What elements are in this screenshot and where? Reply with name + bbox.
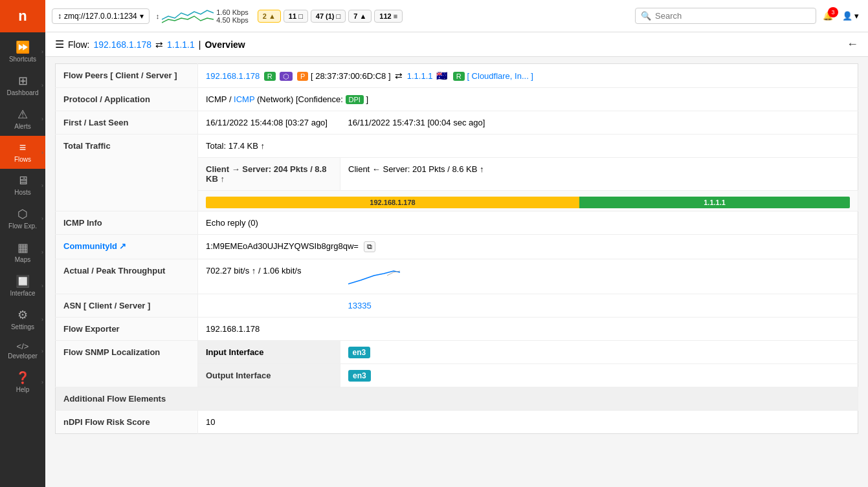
flow-info-table: Flow Peers [ Client / Server ] 192.168.1… [55,63,858,434]
sidebar: n ⏩ Shortcuts › ⊞ Dashboard › ⚠ Alerts ›… [0,0,45,487]
shortcuts-icon: ⏩ [16,40,30,54]
p-badge: P [297,72,308,81]
bell-badge: 3 [828,7,838,17]
bell-button[interactable]: 🔔 3 [820,8,836,23]
badge-warn[interactable]: 7 ▲ [348,10,372,23]
peers-value: 192.168.1.178 R ⬡ P [ 28:37:37:00:6D:C8 … [198,64,858,88]
sidebar-item-alerts[interactable]: ⚠ Alerts › [0,102,45,136]
breadcrumb-server-ip[interactable]: 1.1.1.1 [167,39,195,50]
search-input[interactable] [655,11,810,21]
table-row: ICMP Info Echo reply (0) [56,211,858,235]
sidebar-item-shortcuts[interactable]: ⏩ Shortcuts › [0,35,45,69]
table-row: Flow Peers [ Client / Server ] 192.168.1… [56,64,858,88]
dropdown-icon: ▾ [140,12,144,21]
external-link-icon: ↗ [119,241,126,251]
hosts-icon: 🖥 [17,174,28,188]
sidebar-item-developer[interactable]: </> Developer › [0,336,45,365]
output-interface-badge: en3 [348,370,371,382]
flow-detail-content: Flow Peers [ Client / Server ] 192.168.1… [45,57,868,487]
sidebar-item-dashboard[interactable]: ⊞ Dashboard › [0,69,45,102]
maps-icon: ▦ [17,241,28,255]
badge-alerts[interactable]: 2 ▲ [258,10,281,23]
sidebar-item-maps[interactable]: ▦ Maps › [0,235,45,269]
client-traffic-bar: 192.168.1.178 [206,197,579,208]
table-row: nDPI Flow Risk Score 10 [56,411,858,434]
breadcrumb: ☰ Flow: 192.168.1.178 ⇄ 1.1.1.1 | Overvi… [45,32,868,57]
topbar: ↕ zmq://127.0.0.1:1234 ▾ ↕ 1.60 Kbps 4.5… [45,0,868,32]
subnet-badge: ⬡ [280,72,293,81]
table-row: Flow SNMP Localization Input Interface e… [56,341,858,364]
user-dropdown-icon: ▾ [854,11,859,21]
throughput-graph [162,6,214,26]
table-row: CommunityId ↗ 1:M9EMEoAd30UJHZYQWSIb8grg… [56,235,858,259]
flow-arrows-icon: ⇄ [395,70,403,81]
community-id-value: 1:M9EMEoAd30UJHZYQWSIb8grg8qw= ⧉ [198,235,858,259]
user-icon: 👤 [842,11,852,21]
developer-icon: </> [17,341,29,351]
peers-label: Flow Peers [ Client / Server ] [56,64,198,88]
throughput-mini-graph [348,266,400,285]
search-icon: 🔍 [641,11,651,21]
table-row: Total Traffic Total: 17.4 KB ↑ [56,135,858,158]
main-content: ↕ zmq://127.0.0.1:1234 ▾ ↕ 1.60 Kbps 4.5… [45,0,868,487]
help-icon: ❓ [16,371,30,385]
client-ip-link[interactable]: 192.168.1.178 [206,71,260,81]
table-row: ASN [ Client / Server ] 13335 [56,294,858,318]
source-selector[interactable]: ↕ zmq://127.0.0.1:1234 ▾ [52,8,150,24]
input-interface-badge: en3 [348,347,371,358]
sidebar-item-flowexp[interactable]: ⬡ Flow Exp. › [0,202,45,235]
logo: n [0,0,45,32]
community-id-link[interactable]: CommunityId ↗ [63,241,126,251]
interface-icon: 🔲 [16,274,30,288]
sidebar-item-hosts[interactable]: 🖥 Hosts › [0,169,45,202]
flowexp-icon: ⬡ [17,207,28,221]
throughput-display: ↕ 1.60 Kbps 4.50 Kbps [156,6,249,26]
dashboard-icon: ⊞ [18,74,28,88]
alerts-icon: ⚠ [17,107,28,122]
search-box[interactable]: 🔍 [635,8,816,24]
cloudflare-link[interactable]: [ Cloudflare, In... ] [467,71,533,81]
transfer-icon: ↕ [156,12,160,20]
sidebar-item-settings[interactable]: ⚙ Settings › [0,303,45,336]
copy-button[interactable]: ⧉ [364,241,375,252]
source-icon: ↕ [58,12,61,21]
table-row: Flow Exporter 192.168.1.178 [56,318,858,341]
badge-group: 2 ▲ 11 □ 47 (1) □ 7 ▲ 112 ≡ [258,10,403,23]
table-row: Protocol / Application ICMP / ICMP (Netw… [56,88,858,111]
sidebar-item-help[interactable]: ❓ Help › [0,365,45,399]
server-ip-link[interactable]: 1.1.1.1 [407,71,433,81]
dpi-badge: DPI [346,95,364,104]
server-r-badge: R [453,72,465,81]
settings-icon: ⚙ [17,308,28,322]
sidebar-item-flows[interactable]: ≡ Flows › [0,136,45,169]
asn-link[interactable]: 13335 [348,301,372,310]
badge-flows[interactable]: 47 (1) □ [311,10,346,23]
user-button[interactable]: 👤 ▾ [840,8,862,23]
protocol-link[interactable]: ICMP [234,94,254,104]
search-area: 🔍 🔔 3 👤 ▾ [635,8,862,24]
traffic-bar: 192.168.1.178 1.1.1.1 [206,197,850,208]
badge-hosts[interactable]: 11 □ [284,10,308,23]
client-r-badge: R [264,72,276,81]
flag-icon: 🇦🇺 [436,70,447,81]
flows-icon: ≡ [19,141,27,155]
protocol-value: ICMP / ICMP (Network) [Confidence: DPI ] [198,88,858,111]
table-row: Additional Flow Elements [56,387,858,411]
table-row: First / Last Seen 16/11/2022 15:44:08 [0… [56,111,858,135]
breadcrumb-client-ip[interactable]: 192.168.1.178 [93,39,151,50]
menu-icon[interactable]: ☰ [55,38,64,50]
back-button[interactable]: ← [847,38,858,51]
badge-list[interactable]: 112 ≡ [374,10,403,23]
server-traffic-bar: 1.1.1.1 [579,197,850,208]
table-row: Actual / Peak Throughput 702.27 bit/s ↑ … [56,259,858,294]
sidebar-item-interface[interactable]: 🔲 Interface › [0,269,45,303]
